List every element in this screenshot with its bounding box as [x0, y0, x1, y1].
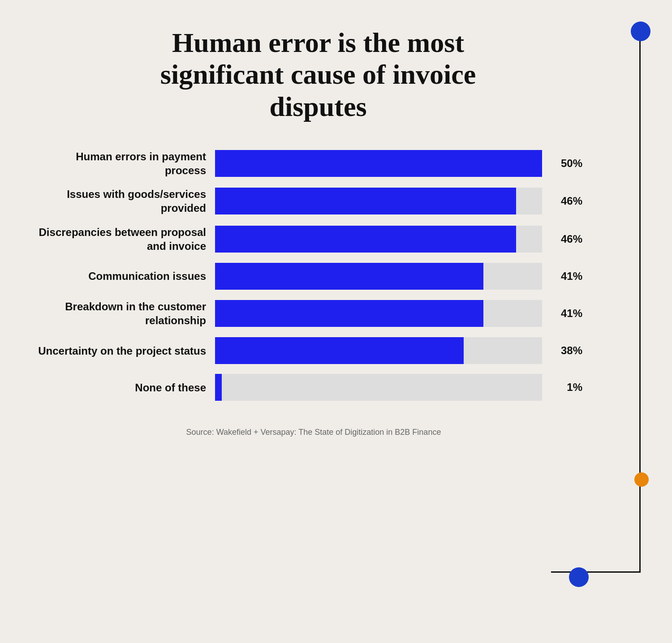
bar-pct-label: 38% — [551, 344, 582, 357]
bar-pct-label: 50% — [551, 157, 582, 170]
bar-track — [215, 300, 542, 327]
bar-fill — [215, 300, 483, 327]
page-title: Human error is the most significant caus… — [116, 27, 520, 123]
deco-border-bottom-vert — [639, 497, 641, 573]
bar-row: Communication issues41% — [36, 263, 582, 290]
bar-track — [215, 188, 542, 214]
bar-track — [215, 263, 542, 290]
deco-circle-top-right — [631, 21, 650, 41]
bar-label: Human errors in payment process — [36, 150, 206, 177]
bar-label: None of these — [36, 381, 206, 394]
bar-label: Issues with goods/services provided — [36, 187, 206, 215]
bar-label: Communication issues — [36, 269, 206, 283]
bar-row: Issues with goods/services provided46% — [36, 187, 582, 215]
chart-container: Human errors in payment process50%Issues… — [36, 150, 636, 401]
bar-row: Uncertainty on the project status38% — [36, 337, 582, 364]
deco-border-bottom-horiz — [551, 571, 641, 573]
bar-track — [215, 337, 542, 364]
bar-track — [215, 150, 542, 177]
bar-row: Human errors in payment process50% — [36, 150, 582, 177]
source-text: Source: Wakefield + Versapay: The State … — [36, 428, 636, 437]
title-section: Human error is the most significant caus… — [36, 27, 636, 123]
bar-row: None of these1% — [36, 374, 582, 401]
bar-row: Breakdown in the customer relationship41… — [36, 300, 582, 327]
bar-track — [215, 226, 542, 253]
bar-pct-label: 41% — [551, 307, 582, 320]
bar-fill — [215, 337, 464, 364]
page-container: Human error is the most significant caus… — [0, 0, 672, 643]
deco-circle-mid-orange — [634, 472, 649, 487]
bar-fill — [215, 226, 516, 253]
bar-fill — [215, 150, 542, 177]
deco-border-right — [639, 25, 641, 571]
bar-fill — [215, 374, 222, 401]
bar-pct-label: 41% — [551, 270, 582, 283]
bar-pct-label: 46% — [551, 195, 582, 207]
bar-row: Discrepancies between proposal and invoi… — [36, 225, 582, 253]
deco-circle-bottom-blue — [569, 567, 589, 587]
bar-pct-label: 46% — [551, 233, 582, 245]
bar-label: Uncertainty on the project status — [36, 344, 206, 358]
bar-fill — [215, 188, 516, 214]
bar-label: Breakdown in the customer relationship — [36, 300, 206, 327]
bar-track — [215, 374, 542, 401]
bar-label: Discrepancies between proposal and invoi… — [36, 225, 206, 253]
bar-fill — [215, 263, 483, 290]
bar-pct-label: 1% — [551, 381, 582, 394]
